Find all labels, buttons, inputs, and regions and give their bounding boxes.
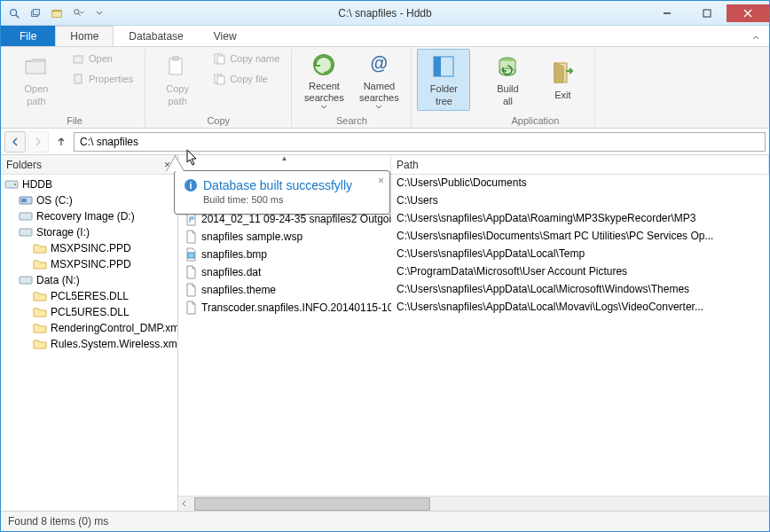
- search-icon[interactable]: [4, 4, 24, 22]
- build-all-icon: [493, 52, 522, 81]
- column-header-path[interactable]: Path: [391, 155, 769, 174]
- tree-item[interactable]: OS (C:): [1, 192, 177, 208]
- titlebar: C:\ snapfiles - Hddb: [1, 1, 769, 26]
- tree-item[interactable]: MSXPSINC.PPD: [1, 240, 177, 256]
- tree-item[interactable]: RenderingControl_DMP.xml: [1, 320, 177, 336]
- copy-file-button[interactable]: Copy file: [206, 69, 286, 89]
- tree-item[interactable]: Data (N:): [1, 272, 177, 288]
- tab-database[interactable]: Databatase: [114, 26, 198, 46]
- cell-path: C:\ProgramData\Microsoft\User Account Pi…: [391, 264, 769, 280]
- tree-item[interactable]: PCL5URES.DLL: [1, 304, 177, 320]
- open-path-button[interactable]: Open path: [10, 49, 63, 111]
- tree-item[interactable]: Rules.System.Wireless.xml: [1, 336, 177, 352]
- ribbon: Open path Open Properties File: [1, 47, 769, 129]
- svg-rect-9: [703, 10, 711, 17]
- back-button[interactable]: [4, 131, 26, 153]
- drive-icon: [19, 225, 33, 239]
- list-row[interactable]: snapfiles.themeC:\Users\snapfiles\AppDat…: [178, 281, 769, 299]
- tooltip-close-icon[interactable]: ×: [378, 175, 384, 187]
- search-dropdown-icon[interactable]: [68, 4, 88, 22]
- folders-header: Folders ×: [1, 155, 177, 175]
- list-row[interactable]: snapfiles sample.wspC:\Users\snapfiles\D…: [178, 228, 769, 246]
- svg-rect-33: [20, 229, 32, 236]
- copy-name-icon: [212, 51, 226, 66]
- minimize-button[interactable]: [647, 4, 687, 22]
- close-button[interactable]: [727, 4, 769, 22]
- cell-path: C:\Users\snapfiles\AppData\Local\Movavi\…: [391, 300, 769, 316]
- status-text: Found 8 items (0) ms: [8, 515, 108, 528]
- window-title: C:\ snapfiles - Hddb: [338, 7, 431, 20]
- window-controls: [647, 4, 769, 22]
- build-success-tooltip: × i Database built successfylly Build ti…: [174, 170, 390, 215]
- tree-item[interactable]: Recovery Image (D:): [1, 208, 177, 224]
- scrollbar-thumb[interactable]: [194, 497, 430, 511]
- list-body[interactable]: C:\Users\Public\DocumentsC:\Users2014_02…: [178, 175, 769, 496]
- open-icon: [71, 51, 85, 66]
- explorer-icon[interactable]: [47, 4, 67, 22]
- tree-item[interactable]: PCL5ERES.DLL: [1, 288, 177, 304]
- svg-rect-13: [74, 56, 82, 63]
- copy-file-icon: [212, 72, 226, 86]
- maximize-button[interactable]: [687, 4, 727, 22]
- cell-path: C:\Users\snapfiles\AppData\Local\Microso…: [391, 282, 769, 298]
- copy-name-button[interactable]: Copy name: [206, 49, 286, 68]
- tree-item[interactable]: Storage (I:): [1, 224, 177, 240]
- qat-dropdown-icon[interactable]: [90, 4, 109, 22]
- address-bar[interactable]: C:\ snapfiles: [74, 132, 766, 152]
- ribbon-tabstrip: File Home Databatase View: [1, 26, 769, 47]
- drive-icon: [19, 209, 33, 223]
- build-all-button[interactable]: Build all: [481, 49, 534, 111]
- navigation-bar: C:\ snapfiles: [1, 129, 769, 155]
- svg-text:i: i: [189, 180, 192, 191]
- recent-searches-button[interactable]: Recent searches: [297, 49, 350, 111]
- svg-point-0: [11, 9, 17, 15]
- ribbon-collapse-icon[interactable]: [742, 30, 769, 46]
- copy-path-button[interactable]: Copy path: [151, 49, 204, 111]
- svg-rect-34: [20, 277, 32, 284]
- list-row[interactable]: Transcoder.snapfiles.INFO.20140115-100..…: [178, 299, 769, 317]
- folder-icon: [33, 241, 47, 255]
- svg-rect-20: [217, 76, 224, 84]
- recent-searches-icon: [310, 51, 338, 78]
- svg-rect-16: [173, 57, 178, 60]
- drive-icon: [19, 273, 33, 287]
- svg-rect-14: [75, 74, 82, 83]
- drive-icon: [19, 193, 33, 207]
- tab-view[interactable]: View: [199, 26, 252, 46]
- restore-window-icon[interactable]: [26, 4, 45, 22]
- file-icon: [184, 301, 198, 315]
- exit-button[interactable]: Exit: [536, 49, 589, 111]
- svg-rect-15: [169, 59, 182, 74]
- svg-rect-35: [188, 253, 194, 258]
- tooltip-subtitle: Build time: 500 ms: [184, 194, 381, 205]
- ribbon-group-copy: Copy path Copy name Copy file Copy: [145, 49, 292, 128]
- open-button[interactable]: Open: [65, 49, 139, 68]
- svg-rect-31: [21, 199, 27, 202]
- folder-tree[interactable]: HDDB OS (C:) Recovery Image (D:) Storage…: [1, 175, 177, 511]
- list-row[interactable]: snapfiles.bmpC:\Users\snapfiles\AppData\…: [178, 246, 769, 263]
- svg-rect-18: [217, 56, 224, 64]
- exit-icon: [548, 59, 577, 87]
- cell-path: C:\Users\snapfiles\Documents\Smart PC Ut…: [391, 229, 769, 245]
- copy-path-icon: [163, 52, 192, 81]
- forward-button[interactable]: [28, 131, 49, 153]
- tree-root[interactable]: HDDB: [1, 176, 177, 192]
- svg-rect-32: [20, 213, 32, 220]
- tab-home[interactable]: Home: [55, 26, 114, 46]
- cell-name: snapfiles.bmp: [178, 246, 391, 262]
- tree-item[interactable]: MSXPSINC.PPD: [1, 256, 177, 272]
- tab-file[interactable]: File: [1, 26, 55, 46]
- properties-button[interactable]: Properties: [65, 69, 139, 89]
- svg-rect-12: [26, 61, 45, 74]
- file-icon: [184, 230, 198, 244]
- svg-line-7: [78, 13, 81, 16]
- list-row[interactable]: snapfiles.datC:\ProgramData\Microsoft\Us…: [178, 263, 769, 281]
- statusbar: Found 8 items (0) ms: [1, 512, 769, 531]
- folder-tree-button[interactable]: Folder tree: [417, 49, 470, 111]
- image-icon: [184, 247, 198, 262]
- up-button[interactable]: [51, 131, 72, 153]
- horizontal-scrollbar[interactable]: [178, 496, 769, 511]
- named-searches-button[interactable]: @ Named searches: [352, 49, 405, 111]
- quick-access-toolbar: [1, 4, 113, 22]
- folder-tree-icon: [429, 52, 458, 81]
